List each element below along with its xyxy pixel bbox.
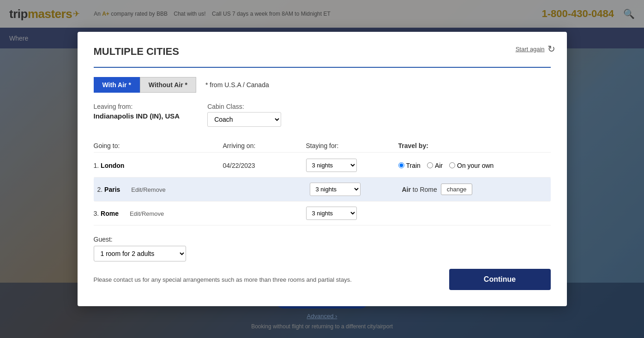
continue-button[interactable]: Continue [449,269,551,290]
cabin-class-select[interactable]: Coach Business First Class [207,112,281,127]
col-travel-by: Travel by: [398,142,551,149]
col-going-to: Going to: [94,142,223,149]
trip-2-nights: 1 night 2 nights 3 nights 4 nights 5 nig… [310,183,402,196]
radio-train-label[interactable]: Train [398,162,421,169]
modal-divider [94,67,551,68]
bottom-row: Please contact us for any special arrang… [94,269,551,290]
trip-1-nights-select[interactable]: 1 night 2 nights 3 nights 4 nights 5 nig… [306,159,357,172]
leaving-city: Indianapolis IND (IN), USA [94,112,180,120]
radio-train[interactable] [398,162,404,168]
trip-1-nights: 1 night 2 nights 3 nights 4 nights 5 nig… [306,159,398,172]
radio-air-label[interactable]: Air [427,162,443,169]
start-again-label: Start again [516,46,545,53]
leaving-section: Leaving from: Indianapolis IND (IN), USA [94,103,180,120]
air-toggle-row: With Air * Without Air * * from U.S.A / … [94,77,551,93]
guest-label: Guest: [94,236,551,243]
trip-2-change-button[interactable]: change [441,184,473,195]
trip-2-nights-select[interactable]: 1 night 2 nights 3 nights 4 nights 5 nig… [310,183,361,196]
from-note: * from U.S.A / Canada [205,81,269,89]
modal-title: MULTIPLE CITIES [94,46,551,58]
radio-own[interactable] [449,162,455,168]
leaving-label: Leaving from: [94,103,180,110]
with-air-button[interactable]: With Air * [94,77,140,93]
guest-section: Guest: 1 room for 2 adults 1 room for 1 … [94,236,551,261]
trip-row-2: 2. Paris Edit/Remove 1 night 2 nights 3 … [94,178,551,202]
radio-air[interactable] [427,162,433,168]
trip-2-city: 2. Paris Edit/Remove [97,186,227,193]
trip-1-city: 1. London [94,162,223,169]
guest-select[interactable]: 1 room for 2 adults 1 room for 1 adult 2… [94,246,186,261]
note-text: Please contact us for any special arrang… [94,276,352,283]
modal: MULTIPLE CITIES Start again ↻ With Air *… [78,32,567,306]
trip-2-edit-remove[interactable]: Edit/Remove [131,186,165,193]
trip-row-1: 1. London 04/22/2023 1 night 2 nights 3 … [94,154,551,178]
trip-3-edit-remove[interactable]: Edit/Remove [130,210,164,217]
col-arriving-on: Arriving on: [223,142,306,149]
col-staying-for: Staying for: [306,142,398,149]
trip-2-air-to: Air to Rome change [402,184,547,195]
radio-own-label[interactable]: On your own [449,162,494,169]
refresh-icon: ↻ [548,43,555,54]
trip-1-date: 04/22/2023 [223,162,306,169]
trip-1-travel-by: Train Air On your own [398,162,551,169]
trip-3-nights: 1 night 2 nights 3 nights 4 nights 5 nig… [306,207,398,220]
trips-header: Going to: Arriving on: Staying for: Trav… [94,138,551,153]
cabin-section: Cabin Class: Coach Business First Class [207,103,281,127]
without-air-button[interactable]: Without Air * [140,77,196,93]
start-again-button[interactable]: Start again ↻ [516,43,555,54]
cabin-label: Cabin Class: [207,103,281,110]
trip-3-city: 3. Rome Edit/Remove [94,210,223,217]
trip-3-nights-select[interactable]: 1 night 2 nights 3 nights 4 nights 5 nig… [306,207,357,220]
trip-row-3: 3. Rome Edit/Remove 1 night 2 nights 3 n… [94,202,551,225]
leaving-cabin-row: Leaving from: Indianapolis IND (IN), USA… [94,103,551,127]
modal-overlay: MULTIPLE CITIES Start again ↻ With Air *… [0,0,644,338]
